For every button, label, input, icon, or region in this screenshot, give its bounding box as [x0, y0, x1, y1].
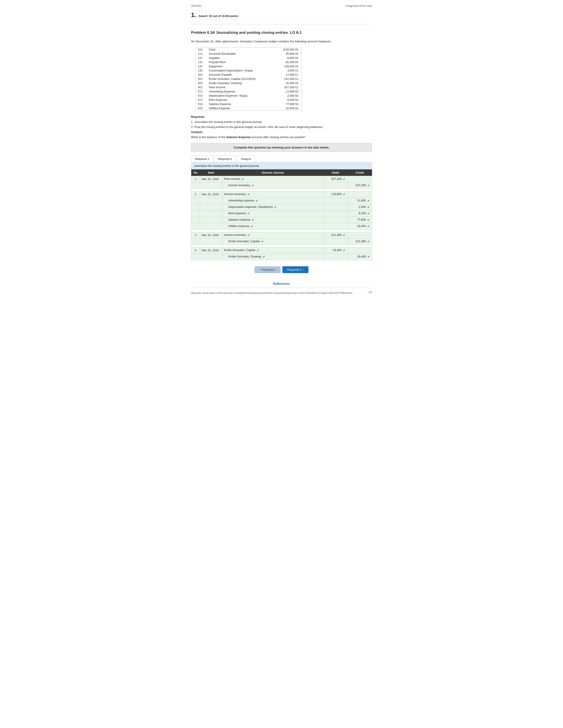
check-icon: ✔ — [261, 240, 264, 244]
intro-text: On December 31, after adjustments, Gonza… — [191, 39, 372, 44]
prev-button[interactable]: ‹ Required 1 — [254, 266, 280, 273]
journal-row: Rent expense✔9,200✔ — [191, 210, 372, 217]
journal-row: Depreciation expense—Equipment✔2,000✔ — [191, 204, 372, 210]
account-no: 202 — [195, 73, 207, 77]
account-no: 401 — [195, 85, 207, 89]
entry-debit — [324, 182, 348, 189]
account-amount: 77,600 Dr. — [270, 102, 302, 106]
debit-check-icon: ✔ — [343, 233, 346, 237]
account-name: Accumulated Depreciation—Equip. — [207, 68, 270, 73]
entry-description: Emilio Gonzalez, Capital✔ — [222, 247, 324, 253]
journal-row: Emilio Gonzalez, Drawing✔16,400✔ — [191, 253, 372, 260]
check-icon: ✔ — [255, 199, 258, 203]
account-amount: 327,200 Cr. — [270, 85, 302, 89]
tab-analyze[interactable]: Analyze — [237, 156, 255, 162]
ledger-row: 511Advertising Expense11,600 Dr. — [195, 89, 302, 94]
ledger-row: 301Emilio Gonzalez, Capital (12/1/2019)1… — [195, 77, 302, 81]
tabs-row: Required 1 Required 2 Analyze — [191, 156, 372, 162]
entry-credit — [348, 191, 372, 197]
problem-title: Problem 6.3A Journalizing and posting cl… — [191, 30, 372, 35]
account-amount: 17,000 Cr. — [270, 73, 302, 77]
check-icon: ✔ — [252, 218, 254, 222]
entry-no: 3 — [191, 232, 200, 238]
journal-row: Salaries expense✔77,600✔ — [191, 217, 372, 223]
tab-instruction: Journalize the closing entries in the ge… — [191, 162, 372, 169]
credit-check-icon: ✔ — [367, 224, 370, 228]
entry-description: Income summary✔ — [222, 191, 324, 197]
entry-description: Emilio Gonzalez, Capital✔ — [222, 238, 324, 245]
journal-row: 1Dec 31, 2019Fees income✔327,200✔ — [191, 176, 372, 182]
entry-debit — [324, 253, 348, 260]
account-name: Equipment — [207, 64, 270, 68]
account-no: 511 — [195, 89, 207, 94]
check-icon: ✔ — [247, 233, 250, 237]
header-date: 3/6/2020 — [191, 4, 201, 8]
account-name: Advertising Expense — [207, 89, 270, 94]
account-amount: 128,000 Dr. — [270, 64, 302, 68]
entry-credit: 9,200✔ — [348, 210, 372, 217]
entry-date — [200, 238, 222, 245]
tab-required2[interactable]: Required 2 — [214, 156, 236, 162]
requirements-section: Required: 1. Journalize the closing entr… — [191, 114, 372, 140]
entry-debit: 16,400✔ — [324, 247, 348, 253]
credit-check-icon: ✔ — [367, 240, 370, 244]
debit-check-icon: ✔ — [343, 192, 346, 196]
journal-row: 4Dec 31, 2019Emilio Gonzalez, Capital✔16… — [191, 247, 372, 253]
entry-credit — [348, 232, 372, 238]
next-button[interactable]: Required 2 › — [283, 266, 309, 273]
entry-date — [200, 197, 222, 204]
entry-description: Fees income✔ — [222, 176, 324, 182]
ledger-row: 523Utilities Expense15,440 Dr. — [195, 106, 302, 111]
account-amount: 81,200 Dr. — [270, 60, 302, 64]
entry-description: Emilio Gonzalez, Drawing✔ — [222, 253, 324, 260]
entry-no: 4 — [191, 247, 200, 253]
page-indicator: 2/4 — [369, 291, 372, 294]
entry-credit — [348, 176, 372, 182]
debit-check-icon: ✔ — [343, 248, 346, 252]
entry-debit: 327,200✔ — [324, 176, 348, 182]
credit-check-icon: ✔ — [367, 205, 370, 209]
credit-check-icon: ✔ — [367, 184, 370, 188]
entry-date — [200, 253, 222, 260]
account-name: Rent Expense — [207, 98, 270, 102]
entry-description: Rent expense✔ — [222, 210, 324, 217]
entry-credit — [348, 247, 372, 253]
account-no: 517 — [195, 98, 207, 102]
spacer-row — [191, 189, 372, 191]
account-name: Salaries Expense — [207, 102, 270, 106]
account-name: Cash — [207, 47, 270, 52]
entry-date — [200, 217, 222, 223]
entry-debit — [324, 238, 348, 245]
account-no: 519 — [195, 102, 207, 106]
account-no: 514 — [195, 94, 207, 98]
col-header-date: Date — [200, 169, 222, 176]
account-name: Prepaid Rent — [207, 60, 270, 64]
tab-required1[interactable]: Required 1 — [191, 156, 213, 162]
check-icon: ✔ — [256, 248, 259, 252]
journal-row: 3Dec 31, 2019Income summary✔211,360✔ — [191, 232, 372, 238]
ledger-table: 101Cash$ 94,400 Dr.111Accounts Receivabl… — [195, 47, 302, 111]
next-arrow-icon: › — [303, 268, 304, 271]
entry-no: 2 — [191, 191, 200, 197]
account-no: 111 — [195, 52, 207, 56]
journal-row: 2Dec 31, 2019Income summary✔115,840✔ — [191, 191, 372, 197]
account-no: 121 — [195, 56, 207, 60]
entry-date — [200, 204, 222, 210]
entry-date — [200, 182, 222, 189]
entry-description: Income summary✔ — [222, 232, 324, 238]
entry-no — [191, 204, 200, 210]
entry-date: Dec 31, 2019 — [200, 247, 222, 253]
account-amount: 8,000 Dr. — [270, 56, 302, 60]
check-icon: ✔ — [250, 224, 253, 228]
check-icon: ✔ — [262, 255, 265, 259]
ledger-row: 141Equipment128,000 Dr. — [195, 64, 302, 68]
account-name: Utilities Expense — [207, 106, 270, 111]
references-link[interactable]: References — [273, 282, 290, 285]
entry-no — [191, 210, 200, 217]
journal-table: No Date General Journal Debit Credit 1De… — [191, 169, 372, 262]
col-header-debit: Debit — [324, 169, 348, 176]
journal-row: Emilio Gonzalez, Capital✔211,360✔ — [191, 238, 372, 245]
check-icon: ✔ — [241, 177, 244, 181]
account-name: Fees Income — [207, 85, 270, 89]
ledger-row: 514Depreciation Expense—Equip.2,000 Dr. — [195, 94, 302, 98]
